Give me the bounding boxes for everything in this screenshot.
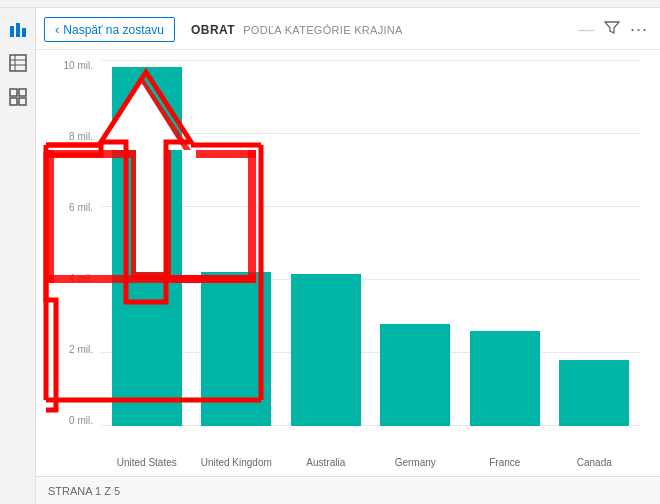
back-button[interactable]: ‹ Naspäť na zostavu — [44, 17, 175, 42]
chart-header: ‹ Naspäť na zostavu OBRAT PODĽA KATEGÓRI… — [36, 8, 660, 50]
x-label-fr: France — [469, 457, 541, 468]
header-title: OBRAT PODĽA KATEGÓRIE KRAJINA — [191, 23, 403, 37]
bar-group-de[interactable] — [380, 60, 452, 426]
bar-de[interactable] — [380, 324, 450, 426]
bar-au[interactable] — [291, 274, 361, 426]
bars-container — [101, 60, 640, 426]
y-label-0: 0 mil. — [44, 415, 99, 426]
y-axis: 10 mil. 8 mil. 6 mil. 4 mil. 2 mil. 0 mi… — [44, 60, 99, 426]
x-label-us: United States — [111, 457, 183, 468]
bar-us[interactable] — [112, 67, 182, 426]
y-label-2: 2 mil. — [44, 344, 99, 355]
bar-ca[interactable] — [559, 360, 629, 426]
y-label-8: 8 mil. — [44, 131, 99, 142]
x-axis: United States United Kingdom Australia G… — [101, 457, 640, 468]
matrix-icon[interactable] — [7, 86, 29, 108]
bar-uk[interactable] — [201, 272, 271, 426]
chart-title-main: OBRAT — [191, 23, 235, 37]
svg-rect-0 — [10, 26, 14, 37]
svg-rect-1 — [16, 23, 20, 37]
ellipsis-icon[interactable]: ··· — [630, 19, 648, 40]
svg-rect-3 — [10, 55, 26, 71]
bar-fr[interactable] — [470, 331, 540, 426]
bar-group-us[interactable] — [111, 60, 183, 426]
svg-rect-2 — [22, 28, 26, 37]
footer: STRANA 1 Z 5 — [36, 476, 660, 504]
filter-icon[interactable] — [604, 20, 620, 39]
sidebar — [0, 8, 36, 504]
bar-group-au[interactable] — [290, 60, 362, 426]
x-label-uk: United Kingdom — [201, 457, 273, 468]
bar-group-fr[interactable] — [469, 60, 541, 426]
svg-rect-9 — [10, 98, 17, 105]
x-label-ca: Canada — [559, 457, 631, 468]
bar-chart-icon[interactable] — [7, 18, 29, 40]
bar-group-ca[interactable] — [559, 60, 631, 426]
svg-rect-10 — [19, 98, 26, 105]
back-button-label: Naspäť na zostavu — [63, 23, 164, 37]
divider-icon: — — [578, 21, 594, 39]
top-bar — [0, 0, 660, 8]
y-label-4: 4 mil. — [44, 273, 99, 284]
bar-group-uk[interactable] — [201, 60, 273, 426]
y-label-10: 10 mil. — [44, 60, 99, 71]
back-arrow-icon: ‹ — [55, 22, 59, 37]
page-label: STRANA 1 Z 5 — [48, 485, 120, 497]
x-label-de: Germany — [380, 457, 452, 468]
chart-title-sub: PODĽA KATEGÓRIE KRAJINA — [243, 24, 403, 36]
x-label-au: Australia — [290, 457, 362, 468]
svg-rect-7 — [10, 89, 17, 96]
chart-area: 10 mil. 8 mil. 6 mil. 4 mil. 2 mil. 0 mi… — [36, 50, 660, 476]
header-actions: — ··· — [578, 19, 648, 40]
table-icon[interactable] — [7, 52, 29, 74]
svg-rect-8 — [19, 89, 26, 96]
y-label-6: 6 mil. — [44, 202, 99, 213]
